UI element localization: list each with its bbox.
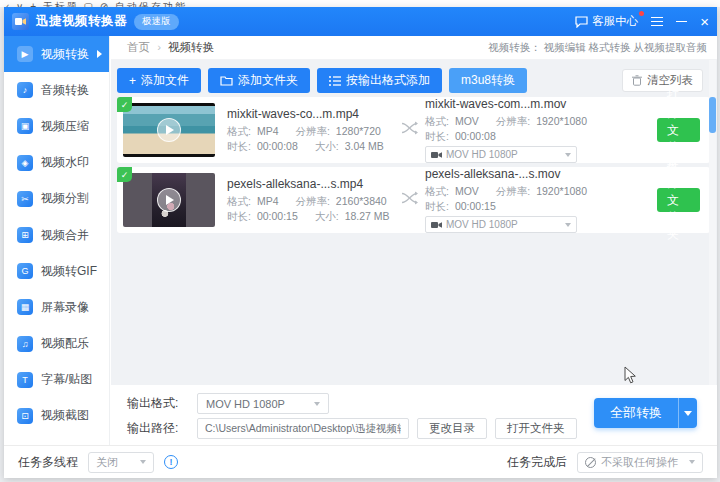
open-folder-button[interactable]: 打开文件夹 bbox=[657, 188, 700, 212]
sidebar-item-video-split[interactable]: ✂ 视频分割 bbox=[4, 181, 109, 217]
sidebar-item-video-to-gif[interactable]: G 视频转GIF bbox=[4, 253, 109, 289]
output-path-input[interactable] bbox=[197, 418, 409, 439]
play-icon[interactable] bbox=[157, 118, 181, 142]
chevron-down-icon bbox=[314, 402, 320, 406]
camera-icon bbox=[431, 151, 442, 159]
add-folder-button[interactable]: 添加文件夹 bbox=[208, 68, 310, 93]
subtitle-sticker-icon: T bbox=[17, 372, 33, 388]
open-output-folder-button[interactable]: 打开文件夹 bbox=[495, 418, 577, 439]
output-file-info: mixkit-waves-com...m.mov 格式:MOV 分辨率:1920… bbox=[425, 97, 657, 163]
m3u8-convert-button[interactable]: m3u8转换 bbox=[449, 68, 527, 93]
sidebar-item-video-music[interactable]: ♫ 视频配乐 bbox=[4, 326, 109, 362]
sidebar-item-video-merge[interactable]: ⊞ 视频合并 bbox=[4, 217, 109, 253]
plus-icon: + bbox=[129, 74, 136, 88]
camera-icon bbox=[431, 221, 442, 229]
folder-icon bbox=[220, 75, 233, 86]
output-path-label: 输出路径: bbox=[127, 420, 189, 437]
active-item-arrow-icon bbox=[97, 50, 102, 58]
sidebar-item-audio-convert[interactable]: ♪ 音频转换 bbox=[4, 72, 109, 108]
video-thumbnail bbox=[123, 103, 215, 157]
video-convert-icon: ▶ bbox=[17, 46, 33, 62]
output-file-info: pexels-alleksana-...s.mov 格式:MOV 分辨率:192… bbox=[425, 167, 657, 233]
page-hint: 视频转换： 视频编辑 格式转换 从视频提取音频 bbox=[488, 41, 707, 55]
sidebar-item-video-screenshot[interactable]: ⊡ 视频截图 bbox=[4, 398, 109, 434]
after-task-dropdown[interactable]: 不采取任何操作 bbox=[577, 452, 703, 473]
output-format-label: 输出格式: bbox=[127, 395, 189, 412]
file-card: ✓ mixkit-waves-co...m.mp4 格式:MP4 分辨率:128… bbox=[117, 97, 710, 163]
info-icon[interactable]: ! bbox=[164, 455, 178, 469]
main-area: 首页 › 视频转换 视频转换： 视频编辑 格式转换 从视频提取音频 + 添加文件… bbox=[111, 36, 717, 445]
chat-bubble-icon bbox=[575, 16, 588, 28]
source-file-info: mixkit-waves-co...m.mp4 格式:MP4 分辨率:1280*… bbox=[227, 107, 395, 154]
video-merge-icon: ⊞ bbox=[17, 227, 33, 243]
video-split-icon: ✂ bbox=[17, 191, 33, 207]
output-preset-dropdown[interactable]: MOV HD 1080P bbox=[425, 216, 577, 233]
output-file-name: mixkit-waves-com...m.mov bbox=[425, 97, 657, 111]
video-screenshot-icon: ⊡ bbox=[17, 408, 33, 424]
statusbar: 任务多线程 关闭 ! 任务完成后 不采取任何操作 bbox=[4, 445, 717, 478]
toolbar: + 添加文件 添加文件夹 按输出格式添加 m3u8转换 清空列表 bbox=[117, 68, 703, 93]
output-preset-dropdown[interactable]: MOV HD 1080P bbox=[425, 146, 577, 163]
file-card: ✓ pexels-alleksana-...s.mp4 格式:MP4 分辨率:2… bbox=[117, 167, 710, 233]
notification-dot bbox=[639, 11, 644, 16]
screen-record-icon: ▦ bbox=[17, 299, 33, 315]
convert-all-button[interactable]: 全部转换 bbox=[594, 398, 697, 428]
output-format-dropdown[interactable]: MOV HD 1080P bbox=[197, 393, 329, 414]
breadcrumb-current: 视频转换 bbox=[168, 41, 214, 53]
app-title: 迅捷视频转换器 bbox=[36, 13, 127, 30]
after-task-label: 任务完成后 bbox=[507, 454, 567, 471]
sidebar-item-video-convert[interactable]: ▶ 视频转换 bbox=[4, 36, 109, 72]
video-compress-icon: ▣ bbox=[17, 118, 33, 134]
close-button[interactable]: × bbox=[700, 16, 709, 28]
convert-shuffle-icon[interactable] bbox=[401, 121, 419, 139]
breadcrumb: 首页 › 视频转换 视频转换： 视频编辑 格式转换 从视频提取音频 bbox=[111, 36, 717, 60]
threads-dropdown[interactable]: 关闭 bbox=[88, 452, 154, 473]
sidebar: ▶ 视频转换 ♪ 音频转换 ▣ 视频压缩 ◈ 视频水印 ✂ 视频分割 ⊞ bbox=[4, 36, 110, 445]
check-icon: ✓ bbox=[117, 167, 132, 182]
no-action-icon bbox=[585, 457, 596, 468]
convert-all-dropdown-arrow[interactable] bbox=[678, 398, 697, 428]
sidebar-item-subtitle-sticker[interactable]: T 字幕/贴图 bbox=[4, 362, 109, 398]
open-folder-button[interactable]: 打开文件夹 bbox=[657, 118, 700, 142]
sidebar-item-screen-record[interactable]: ▦ 屏幕录像 bbox=[4, 289, 109, 325]
trash-icon bbox=[632, 75, 642, 86]
add-file-button[interactable]: + 添加文件 bbox=[117, 68, 201, 93]
chevron-down-icon bbox=[689, 460, 695, 464]
video-to-gif-icon: G bbox=[17, 263, 33, 279]
screen: ‹ ∨ + 无标题 ▢ ⊘ 自动保存功能 迅捷视频转换器 极速版 客服中心 × bbox=[0, 0, 720, 482]
background-window-tabbar: ‹ ∨ + 无标题 ▢ ⊘ 自动保存功能 bbox=[0, 0, 720, 7]
play-icon[interactable] bbox=[157, 188, 181, 212]
convert-shuffle-icon[interactable] bbox=[401, 191, 419, 209]
list-icon bbox=[329, 76, 341, 86]
scrollbar-track[interactable] bbox=[709, 60, 716, 385]
video-thumbnail bbox=[123, 173, 215, 227]
video-music-icon: ♫ bbox=[17, 336, 33, 352]
source-file-name: mixkit-waves-co...m.mp4 bbox=[227, 107, 395, 121]
chevron-down-icon bbox=[565, 153, 571, 157]
titlebar: 迅捷视频转换器 极速版 客服中心 × bbox=[4, 7, 717, 36]
sidebar-item-video-watermark[interactable]: ◈ 视频水印 bbox=[4, 145, 109, 181]
background-window-text: ‹ ∨ + 无标题 ▢ ⊘ 自动保存功能 bbox=[6, 0, 187, 7]
scrollbar-thumb[interactable] bbox=[709, 97, 716, 133]
app-logo-icon bbox=[12, 13, 29, 30]
threads-label: 任务多线程 bbox=[18, 454, 78, 471]
minimize-button[interactable] bbox=[676, 21, 687, 23]
source-file-name: pexels-alleksana-...s.mp4 bbox=[227, 177, 395, 191]
service-center-button[interactable]: 客服中心 bbox=[575, 14, 638, 29]
chevron-down-icon bbox=[140, 460, 146, 464]
menu-icon[interactable] bbox=[651, 17, 663, 27]
source-file-info: pexels-alleksana-...s.mp4 格式:MP4 分辨率:216… bbox=[227, 177, 395, 224]
clear-list-button[interactable]: 清空列表 bbox=[622, 69, 703, 92]
check-icon: ✓ bbox=[117, 97, 132, 112]
chevron-down-icon bbox=[565, 223, 571, 227]
add-by-format-button[interactable]: 按输出格式添加 bbox=[317, 68, 442, 93]
sidebar-item-video-compress[interactable]: ▣ 视频压缩 bbox=[4, 108, 109, 144]
app-window: 迅捷视频转换器 极速版 客服中心 × ▶ 视频转换 ♪ bbox=[4, 7, 717, 478]
edition-badge: 极速版 bbox=[134, 14, 179, 30]
breadcrumb-home[interactable]: 首页 bbox=[127, 41, 150, 53]
output-panel: 输出格式: MOV HD 1080P 输出路径: 更改目录 打开文件夹 bbox=[111, 385, 717, 445]
audio-convert-icon: ♪ bbox=[17, 82, 33, 98]
change-directory-button[interactable]: 更改目录 bbox=[417, 418, 487, 439]
output-file-name: pexels-alleksana-...s.mov bbox=[425, 167, 657, 181]
video-watermark-icon: ◈ bbox=[17, 155, 33, 171]
